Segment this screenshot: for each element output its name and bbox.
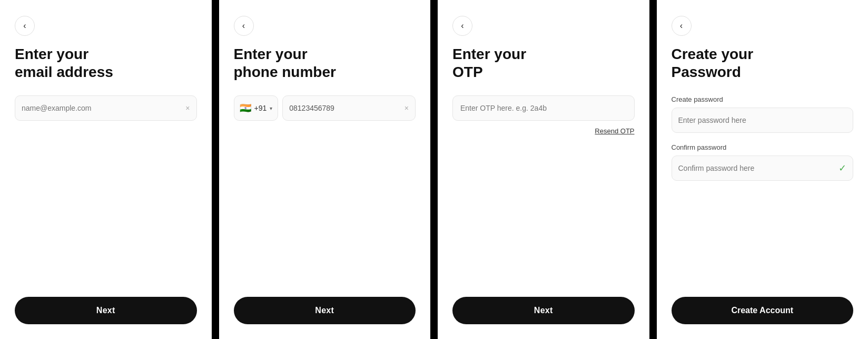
create-password-label: Create password (672, 95, 854, 103)
phone-input[interactable] (289, 104, 405, 112)
phone-input-wrap: × (282, 95, 416, 121)
phone-clear-icon[interactable]: × (405, 104, 409, 112)
chevron-down-icon: ▾ (270, 105, 272, 111)
check-icon: ✓ (839, 162, 846, 174)
country-selector[interactable]: 🇮🇳 +91 ▾ (234, 95, 279, 121)
email-input-row: × (15, 95, 197, 121)
back-icon-email: ‹ (23, 21, 26, 31)
confirm-password-input[interactable] (678, 164, 839, 172)
email-panel: ‹ Enter youremail address × Next (0, 0, 212, 339)
divider-3 (649, 0, 657, 339)
resend-otp-link[interactable]: Resend OTP (452, 127, 635, 135)
back-icon-phone: ‹ (242, 21, 245, 31)
create-password-group: Create password (672, 95, 854, 133)
back-button-phone[interactable]: ‹ (234, 16, 254, 36)
divider-1 (212, 0, 219, 339)
otp-panel: ‹ Enter yourOTP Resend OTP Next (438, 0, 649, 339)
back-button-otp[interactable]: ‹ (452, 16, 472, 36)
email-clear-icon[interactable]: × (185, 104, 190, 112)
country-code: +91 (254, 104, 267, 112)
confirm-password-input-row: ✓ (672, 156, 854, 181)
email-input[interactable] (22, 104, 185, 112)
otp-title: Enter yourOTP (452, 45, 635, 81)
phone-title: Enter yourphone number (234, 45, 416, 81)
back-button-email[interactable]: ‹ (15, 16, 35, 36)
password-panel: ‹ Create yourPassword Create password Co… (657, 0, 869, 339)
flag-icon: 🇮🇳 (240, 102, 251, 114)
email-title: Enter youremail address (15, 45, 197, 81)
confirm-password-group: Confirm password ✓ (672, 143, 854, 181)
create-password-input-row (672, 108, 854, 133)
phone-panel: ‹ Enter yourphone number 🇮🇳 +91 ▾ × Next (219, 0, 431, 339)
create-password-input[interactable] (678, 116, 847, 124)
divider-2 (430, 0, 438, 339)
otp-input[interactable] (460, 104, 627, 112)
back-icon-otp: ‹ (461, 21, 463, 31)
phone-next-button[interactable]: Next (234, 297, 416, 324)
back-icon-password: ‹ (680, 21, 683, 31)
confirm-password-label: Confirm password (672, 143, 854, 151)
otp-input-row (452, 95, 635, 121)
create-account-button[interactable]: Create Account (672, 297, 854, 324)
password-title: Create yourPassword (672, 45, 854, 81)
email-next-button[interactable]: Next (15, 297, 197, 324)
back-button-password[interactable]: ‹ (672, 16, 692, 36)
phone-row: 🇮🇳 +91 ▾ × (234, 95, 416, 121)
otp-next-button[interactable]: Next (452, 297, 635, 324)
